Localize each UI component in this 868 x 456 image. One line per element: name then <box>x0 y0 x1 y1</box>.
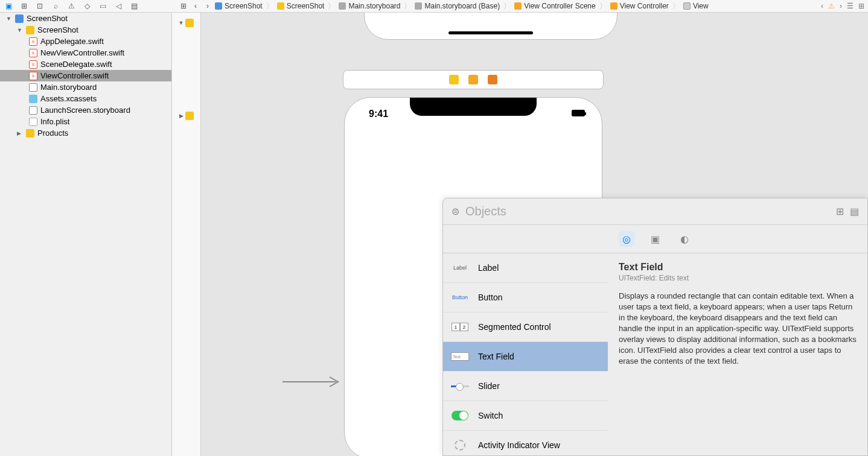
lib-item-button[interactable]: ButtonButton <box>443 283 608 312</box>
nav-file-newvc[interactable]: sNewViewController.swift <box>0 47 171 59</box>
test-icon[interactable]: ◇ <box>82 1 92 11</box>
crumb-0[interactable]: ScreenShot <box>215 2 263 10</box>
lib-item-activity[interactable]: Activity Indicator View <box>443 431 608 455</box>
outline-scene-2[interactable]: ▶ <box>172 106 200 126</box>
library-search-input[interactable] <box>465 204 830 218</box>
object-library-panel: ⊜ ⊞ ▤ ◎ ▣ ◐ LabelLabel ButtonButton 12Se… <box>442 198 868 456</box>
warning-icon[interactable]: ⚠ <box>66 1 76 11</box>
nav-file-launchscreen[interactable]: LaunchScreen.storyboard <box>0 104 171 116</box>
prev-icon[interactable]: ‹ <box>821 2 823 10</box>
lib-item-slider[interactable]: Slider <box>443 372 608 401</box>
initial-vc-arrow <box>282 375 343 389</box>
notch <box>410 98 537 116</box>
home-indicator <box>448 31 533 34</box>
forward-icon[interactable]: › <box>203 1 212 11</box>
related-items-icon[interactable]: ⊞ <box>179 1 188 11</box>
exit-icon[interactable] <box>468 75 478 84</box>
crumb-4[interactable]: View Controller Scene <box>514 2 596 10</box>
first-responder-icon[interactable] <box>449 75 459 84</box>
crumb-1[interactable]: ScreenShot <box>277 2 325 10</box>
lib-item-textfield[interactable]: TextText Field <box>443 342 608 372</box>
objects-tab[interactable]: ◎ <box>619 231 634 247</box>
next-icon[interactable]: › <box>840 2 842 10</box>
list-view-icon[interactable]: ▤ <box>850 206 859 217</box>
crumb-2[interactable]: Main.storyboard <box>339 2 400 10</box>
back-icon[interactable]: ‹ <box>191 1 200 11</box>
grid-view-icon[interactable]: ⊞ <box>836 206 844 217</box>
detail-title: Text Field <box>619 262 857 273</box>
crumb-5[interactable]: View Controller <box>610 2 669 10</box>
project-navigator: ▼ScreenShot ▼ScreenShot sAppDelegate.swi… <box>0 13 172 456</box>
debug-icon[interactable]: ▭ <box>98 1 107 11</box>
library-header: ⊜ ⊞ ▤ <box>443 198 867 225</box>
symbol-icon[interactable]: ⊡ <box>35 1 45 11</box>
media-tab[interactable]: ▣ <box>648 231 663 247</box>
crumb-6[interactable]: View <box>683 2 709 10</box>
report-icon[interactable]: ▤ <box>129 1 139 11</box>
lib-item-segmented[interactable]: 12Segmented Control <box>443 312 608 342</box>
outline-scene-1[interactable]: ▼ <box>172 13 200 33</box>
scene-dock[interactable] <box>343 70 604 89</box>
lib-item-label[interactable]: LabelLabel <box>443 253 608 283</box>
lib-item-switch[interactable]: Switch <box>443 401 608 431</box>
document-outline: ▼ ▶ <box>172 13 201 456</box>
detail-description: Displays a rounded rectangle that can co… <box>619 291 857 367</box>
nav-root[interactable]: ▼ScreenShot <box>0 13 171 24</box>
nav-file-scenedelegate[interactable]: sSceneDelegate.swift <box>0 59 171 70</box>
nav-file-assets[interactable]: Assets.xcassets <box>0 93 171 104</box>
adjust-editor-icon[interactable]: ☰ <box>847 2 854 10</box>
storyboard-reference-icon[interactable] <box>488 75 497 84</box>
nav-folder[interactable]: ▼ScreenShot <box>0 24 171 36</box>
nav-file-infoplist[interactable]: Info.plist <box>0 116 171 127</box>
library-list: LabelLabel ButtonButton 12Segmented Cont… <box>443 253 608 455</box>
library-body: LabelLabel ButtonButton 12Segmented Cont… <box>443 253 867 455</box>
folder-nav-icon[interactable]: ▣ <box>4 1 13 11</box>
nav-file-mainstoryboard[interactable]: Main.storyboard <box>0 81 171 93</box>
nav-file-viewcontroller[interactable]: sViewController.swift <box>0 70 171 81</box>
toolbar-icons: ▣ ⊞ ⊡ ⌕ ⚠ ◇ ▭ ◁ ▤ <box>4 1 139 11</box>
status-time: 9:41 <box>369 109 388 119</box>
add-editor-icon[interactable]: ⊞ <box>858 2 864 10</box>
breakpoint-icon[interactable]: ◁ <box>113 1 123 11</box>
battery-icon <box>572 110 585 116</box>
phone-preview-top <box>364 13 617 40</box>
filter-icon[interactable]: ⊜ <box>452 206 459 217</box>
nav-file-appdelegate[interactable]: sAppDelegate.swift <box>0 36 171 47</box>
nav-products[interactable]: ▶Products <box>0 127 171 139</box>
version-icon[interactable]: ⊞ <box>19 1 29 11</box>
library-view-toggle: ⊞ ▤ <box>836 206 859 217</box>
issue-icon[interactable]: ⚠ <box>828 2 835 10</box>
detail-subtitle: UITextField: Edits text <box>619 274 857 282</box>
library-tabs: ◎ ▣ ◐ <box>443 225 867 253</box>
library-detail: Text Field UITextField: Edits text Displ… <box>608 253 867 455</box>
jump-bar: ⊞ ‹ › ScreenShot〉 ScreenShot〉 Main.story… <box>175 0 868 13</box>
jump-bar-right: ‹ ⚠ › ☰ ⊞ <box>821 2 864 10</box>
crumb-3[interactable]: Main.storyboard (Base) <box>415 2 500 10</box>
search-icon[interactable]: ⌕ <box>51 1 60 11</box>
color-tab[interactable]: ◐ <box>677 231 692 247</box>
